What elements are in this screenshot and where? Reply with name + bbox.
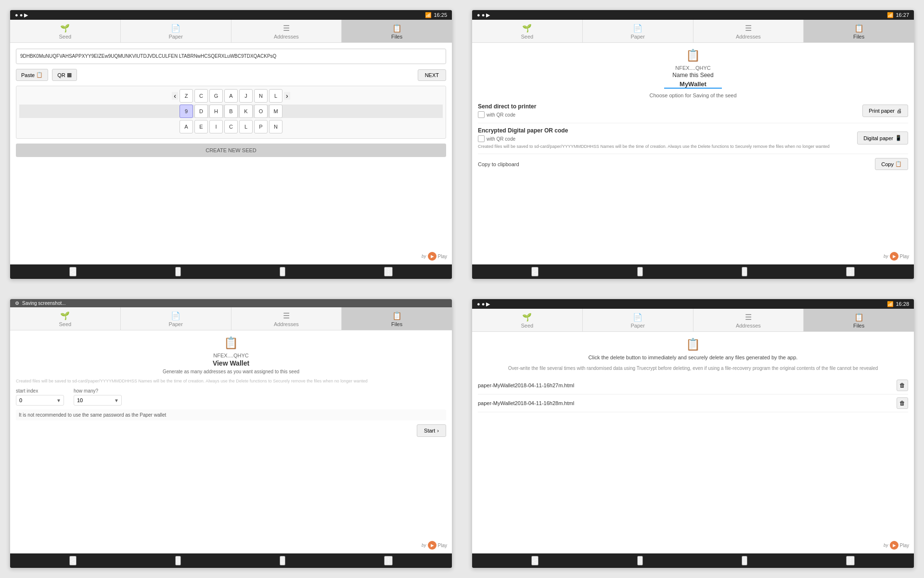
back-btn-br[interactable]: ◁ bbox=[531, 556, 539, 565]
key-H-tl[interactable]: H bbox=[209, 105, 223, 118]
delete-btn-1-br[interactable]: 🗑 bbox=[897, 380, 908, 391]
phone-frame-tr: ● ● ▶ 📶 16:27 🌱 Seed 📄 Paper ☰ Addresses bbox=[472, 10, 914, 279]
paper-tab-label-br: Paper bbox=[630, 323, 644, 328]
home-btn-tl[interactable]: ○ bbox=[175, 267, 181, 276]
recents-btn-br[interactable]: □ bbox=[742, 556, 747, 565]
tab-files-bl[interactable]: 📋 Files bbox=[342, 307, 452, 330]
status-icons-br: ● ● ▶ bbox=[477, 301, 490, 307]
more-btn-bl[interactable]: ⋮ bbox=[384, 556, 393, 565]
key-J-tl[interactable]: J bbox=[239, 89, 253, 103]
back-btn-tl[interactable]: ◁ bbox=[69, 267, 77, 276]
recents-btn-tr[interactable]: □ bbox=[742, 267, 747, 276]
key-O-tl[interactable]: O bbox=[254, 105, 268, 118]
tab-files-br[interactable]: 📋 Files bbox=[804, 309, 914, 331]
key-I-tl[interactable]: I bbox=[209, 120, 223, 133]
key-Z-tl[interactable]: Z bbox=[180, 89, 193, 103]
digital-button-tr[interactable]: Digital paper 📱 bbox=[857, 131, 908, 144]
print-button-tr[interactable]: Print paper 🖨 bbox=[862, 105, 908, 117]
overwrite-text-br: Over-write the file several times with r… bbox=[478, 365, 908, 372]
seed-phrase-box-tl: 9DHBK0MuNUQFVAHSAPPXYY9EIZEw9UQMUNKVIUTD… bbox=[16, 49, 446, 64]
files-tab-label-bl: Files bbox=[391, 321, 402, 327]
view-wallet-sub-bl: Generate as many addresses as you want a… bbox=[16, 369, 446, 374]
quadrant-top-left: ● ● ▶ 📶 16:25 🌱 Seed 📄 Paper ☰ Addresses bbox=[0, 0, 462, 289]
by-text-tl: by bbox=[422, 254, 426, 259]
print-checkbox-tr[interactable] bbox=[478, 111, 485, 118]
run-icon-bl: ▶ bbox=[428, 541, 436, 550]
more-btn-br[interactable]: ⋮ bbox=[846, 556, 855, 565]
home-btn-tr[interactable]: ○ bbox=[637, 267, 643, 276]
digital-icon-tr: 📱 bbox=[895, 135, 902, 141]
key-A1-tl[interactable]: A bbox=[224, 89, 238, 103]
tab-paper-tl[interactable]: 📄 Paper bbox=[121, 20, 231, 42]
quadrant-bottom-right: ● ● ▶ 📶 16:28 🌱 Seed 📄 Paper ☰ Addresses bbox=[462, 289, 924, 578]
key-N1-tl[interactable]: N bbox=[254, 89, 268, 103]
tab-addresses-tr[interactable]: ☰ Addresses bbox=[693, 20, 804, 42]
tab-seed-tl[interactable]: 🌱 Seed bbox=[10, 20, 121, 42]
run-icon-tr: ▶ bbox=[890, 252, 898, 261]
tab-files-tr[interactable]: 📋 Files bbox=[804, 20, 914, 42]
tab-seed-bl[interactable]: 🌱 Seed bbox=[10, 307, 121, 330]
tab-paper-bl[interactable]: 📄 Paper bbox=[121, 307, 231, 330]
key-9-tl[interactable]: 9 bbox=[180, 105, 193, 118]
more-btn-tl[interactable]: ⋮ bbox=[384, 267, 393, 276]
recents-btn-bl[interactable]: □ bbox=[280, 556, 285, 565]
key-G-tl[interactable]: G bbox=[209, 89, 223, 103]
key-A2-tl[interactable]: A bbox=[180, 120, 193, 133]
time-br: 16:28 bbox=[896, 301, 909, 307]
seed-tab-label-br: Seed bbox=[521, 323, 534, 328]
qr-icon-tl: ▦ bbox=[67, 72, 72, 78]
next-button-tl[interactable]: NEXT bbox=[418, 69, 446, 81]
tab-addresses-br[interactable]: ☰ Addresses bbox=[693, 309, 804, 331]
start-index-select-bl[interactable]: 0 bbox=[16, 395, 64, 406]
key-P-tl[interactable]: P bbox=[254, 120, 268, 133]
back-btn-tr[interactable]: ◁ bbox=[531, 267, 539, 276]
content-tl: 9DHBK0MuNUQFVAHSAPPXYY9EIZEw9UQMUNKVIUTD… bbox=[10, 43, 452, 264]
tab-paper-br[interactable]: 📄 Paper bbox=[583, 309, 693, 331]
key-C2-tl[interactable]: C bbox=[224, 120, 238, 133]
status-left-br: ● ● ▶ bbox=[477, 301, 490, 307]
key-nav-right-tl[interactable]: › bbox=[284, 92, 290, 100]
key-nav-left-tl[interactable]: ‹ bbox=[172, 92, 178, 100]
key-B-tl[interactable]: B bbox=[224, 105, 238, 118]
back-btn-bl[interactable]: ◁ bbox=[69, 556, 77, 565]
addr-tab-label-tl: Addresses bbox=[274, 34, 299, 39]
seed-tab-icon-bl: 🌱 bbox=[60, 311, 70, 320]
tab-seed-tr[interactable]: 🌱 Seed bbox=[472, 20, 583, 42]
digital-checkbox-tr[interactable] bbox=[478, 135, 485, 142]
seed-ref-bl: NFEX....QHYC bbox=[16, 353, 446, 358]
key-K-tl[interactable]: K bbox=[239, 105, 253, 118]
qr-button-tl[interactable]: QR ▦ bbox=[52, 69, 77, 81]
seed-tab-label-tl: Seed bbox=[59, 34, 72, 39]
start-button-bl[interactable]: Start › bbox=[417, 424, 446, 437]
paper-icon-bl: 📋 bbox=[16, 336, 446, 350]
tab-addresses-bl[interactable]: ☰ Addresses bbox=[231, 307, 342, 330]
create-seed-button-tl[interactable]: CREATE NEW SEED bbox=[16, 144, 446, 157]
delete-btn-2-br[interactable]: 🗑 bbox=[897, 397, 908, 409]
key-N2-tl[interactable]: N bbox=[269, 120, 282, 133]
how-many-select-bl[interactable]: 10 bbox=[74, 395, 122, 406]
addr-tab-label-bl: Addresses bbox=[274, 321, 299, 327]
name-label-tr: Name this Seed bbox=[478, 72, 908, 79]
key-C-tl[interactable]: C bbox=[194, 89, 208, 103]
copy-button-tr[interactable]: Copy 📋 bbox=[875, 158, 908, 170]
key-L-tl[interactable]: L bbox=[269, 89, 282, 103]
wallet-name-input-tr[interactable] bbox=[664, 80, 722, 89]
tab-files-tl[interactable]: 📋 Files bbox=[342, 20, 452, 42]
key-E-tl[interactable]: E bbox=[194, 120, 208, 133]
tab-seed-br[interactable]: 🌱 Seed bbox=[472, 309, 583, 331]
recents-btn-tl[interactable]: □ bbox=[280, 267, 285, 276]
home-btn-bl[interactable]: ○ bbox=[175, 556, 181, 565]
time-tr: 16:27 bbox=[896, 12, 909, 18]
wifi-icon-tr: 📶 bbox=[887, 12, 894, 18]
home-btn-br[interactable]: ○ bbox=[637, 556, 643, 565]
key-D-tl[interactable]: D bbox=[194, 105, 208, 118]
more-btn-tr[interactable]: ⋮ bbox=[846, 267, 855, 276]
tab-addresses-tl[interactable]: ☰ Addresses bbox=[231, 20, 342, 42]
key-M-tl[interactable]: M bbox=[269, 105, 282, 118]
paste-button-tl[interactable]: Paste 📋 bbox=[16, 69, 48, 81]
created-info-bl: Created files will be saved to sd-card/p… bbox=[16, 378, 446, 384]
tab-bar-bl: 🌱 Seed 📄 Paper ☰ Addresses 📋 Files bbox=[10, 307, 452, 330]
tab-paper-tr[interactable]: 📄 Paper bbox=[583, 20, 693, 42]
key-L2-tl[interactable]: L bbox=[239, 120, 253, 133]
keyboard-row-2-tl: 9 D H B K O M bbox=[19, 105, 443, 118]
